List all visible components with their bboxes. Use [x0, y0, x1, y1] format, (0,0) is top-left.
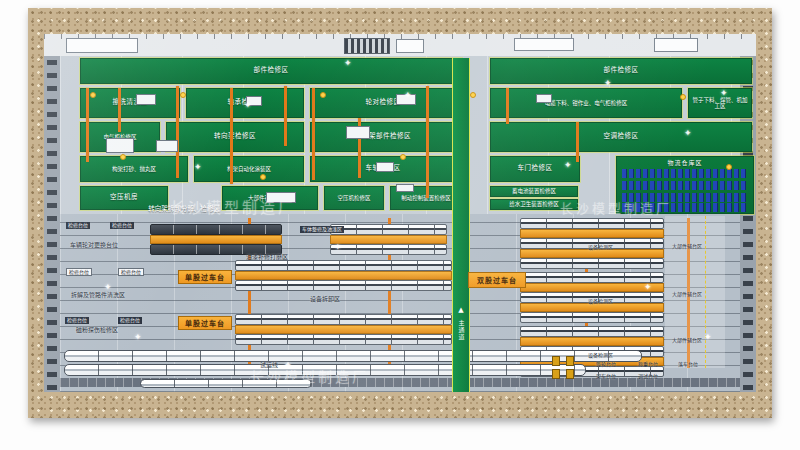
lifting-jack: [566, 369, 574, 379]
track-hall: 单股过车台 单股过车台 单股过车台 双股过车台 检修台位 检修台位 车辆轮对更换…: [60, 214, 740, 392]
work-platform: [330, 235, 447, 244]
pipe-clean-label: 拆解及管路件清洗区: [71, 290, 125, 299]
work-platform: [520, 337, 664, 346]
watermark: 长沙模型制造厂: [560, 198, 672, 217]
light-dot: [120, 154, 126, 160]
zone-wheelset: 轮对检修区: [310, 88, 456, 118]
rooftop-unit: [396, 39, 424, 53]
work-platform: [150, 235, 282, 244]
rooftop-unit: [514, 38, 574, 51]
watermark: 长沙模型制造厂: [170, 196, 296, 217]
zone-label: 电缆下料、钳作业、电气柜检修区: [545, 100, 628, 106]
watermark: 长沙模型制造厂: [250, 366, 369, 386]
sparkle-icon: ✦: [244, 100, 252, 110]
train-car: [235, 314, 452, 325]
bigpart-aux-label: 大部件辅台区: [672, 336, 702, 343]
bay-chip: 检修台位: [118, 268, 144, 276]
equipment-unit: [136, 94, 156, 105]
equipment-unit: [376, 162, 394, 172]
zone-label: 给水卫生装置检修区: [509, 201, 559, 207]
main-aisle: ▲ 主通道: [452, 58, 470, 392]
lifting-jack: [552, 369, 560, 379]
train-car: [235, 260, 452, 271]
zone-label: 部件检修区: [604, 67, 639, 74]
sparkle-icon: ✦: [344, 58, 352, 68]
rooftop-unit: [654, 38, 698, 52]
train-car: [520, 312, 664, 323]
zone-label: 转向架检修区: [214, 133, 256, 140]
pallet-rack-row: [622, 169, 748, 178]
yellow-dashed-line: [705, 216, 706, 368]
bigpart-aux-label: 大部件辅台区: [672, 290, 702, 297]
equip-check-label: 设备检测区: [588, 351, 613, 358]
zone-label: 物流仓库区: [617, 158, 753, 167]
zone-label: 空调检修区: [604, 133, 639, 140]
bay-chip: 检修台位: [110, 222, 134, 229]
equip-check-label: 设备检测区: [588, 243, 613, 250]
bay-chip: 检修台位: [66, 268, 92, 276]
lifting-jack: [552, 356, 560, 366]
zone-label: 部件检修区: [254, 67, 289, 74]
train-car: [330, 224, 447, 235]
sparkle-icon: ✦: [134, 332, 142, 342]
crane-column: [312, 88, 315, 180]
light-dot: [90, 92, 96, 98]
drop-label: 落车台位: [678, 360, 698, 367]
crane-column: [118, 88, 121, 132]
sparkle-icon: ✦: [704, 332, 712, 342]
light-dot: [320, 92, 326, 98]
equipment-unit: [156, 140, 178, 152]
zone-label: 空压机检修区: [337, 195, 370, 201]
sparkle-icon: ✦: [720, 88, 728, 98]
zone-parts-overhaul: 部件检修区: [80, 58, 462, 84]
roof-edge-strip: [44, 34, 756, 56]
train-car: [520, 218, 664, 229]
crane-column: [426, 86, 429, 198]
zone-label: 管子下料、焊管、机加工区: [690, 97, 750, 109]
zone-label: 构架自动化涂装区: [227, 166, 271, 172]
equipment-unit: [396, 184, 414, 192]
main-aisle-label: 主通道: [457, 320, 466, 341]
sparkle-icon: ✦: [404, 90, 412, 100]
zone-battery: 蓄电池装置检修区: [490, 186, 578, 197]
crane-column: [86, 88, 89, 162]
light-dot: [180, 92, 186, 98]
bigpart-aux-label: 大部件辅台区: [672, 242, 702, 249]
crane-column: [576, 122, 579, 162]
left-building-facade: [44, 56, 60, 392]
train-car: [520, 272, 664, 283]
pallet-rack-row: [622, 181, 748, 190]
sparkle-icon: ✦: [684, 128, 692, 138]
double-pass-platform: 双股过车台: [468, 272, 526, 288]
wheel-change-label: 车辆轮对更换台位: [70, 240, 118, 249]
work-platform: [520, 303, 664, 312]
bay-chip: 检修台位: [118, 317, 142, 324]
body-refit-label: 车体整修及油漆区: [300, 226, 344, 233]
mag-test-label: 磁粉探伤检修区: [76, 325, 118, 334]
zone-bogie-parts: 转向架部件检修区: [310, 122, 456, 152]
model-base-frame: 部件检修区 部件检修区 擦洗清洗区 轴承检修区 轮对检修区 电缆下料、钳作业、电…: [28, 8, 772, 418]
debug-bay-label: 调试台位: [638, 372, 658, 379]
zone-label: 蓄电池装置检修区: [512, 188, 556, 194]
work-platform: [520, 229, 664, 238]
zone-cable-electric: 电缆下料、钳作业、电气柜检修区: [490, 88, 682, 118]
zone-auto-paint: 构架自动化涂装区: [194, 156, 304, 182]
zone-sandblast: 构架打砂、抛丸区: [80, 156, 188, 182]
zone-aircon: 空调检修区: [490, 122, 752, 152]
window-strip: [47, 58, 57, 390]
train-car: [235, 280, 452, 291]
equipment-unit: [106, 138, 134, 153]
light-dot: [260, 174, 266, 180]
rooftop-vent: [344, 38, 390, 54]
light-dot: [726, 164, 732, 170]
sparkle-icon: ✦: [564, 160, 572, 170]
sparkle-icon: ✦: [604, 78, 612, 88]
crane-column: [506, 88, 509, 124]
light-dot: [470, 92, 476, 98]
sparkle-icon: ✦: [334, 242, 342, 252]
crane-column: [284, 86, 287, 146]
equipment-unit: [346, 126, 370, 139]
train-car: [235, 334, 452, 345]
depot-floorplan: 部件检修区 部件检修区 擦洗清洗区 轴承检修区 轮对检修区 电缆下料、钳作业、电…: [44, 34, 756, 392]
train-car: [330, 244, 447, 255]
